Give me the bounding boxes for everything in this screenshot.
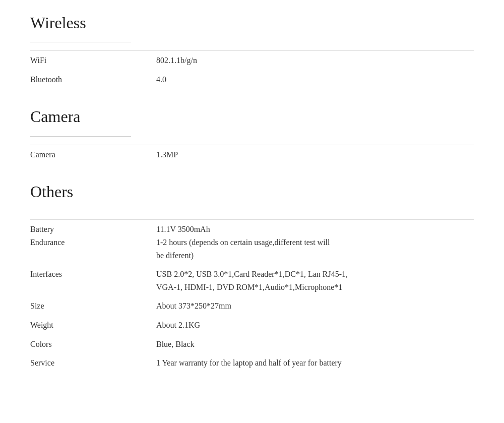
table-row: Size About 373*250*27mm [30, 296, 474, 316]
wifi-value: 802.1.1b/g/n [156, 51, 474, 70]
service-label: Service [30, 353, 156, 373]
interfaces-value: USB 2.0*2, USB 3.0*1,Card Reader*1,DC*1,… [156, 265, 474, 296]
table-row: WiFi 802.1.1b/g/n [30, 51, 474, 70]
service-value: 1 Year warranty for the laptop and half … [156, 353, 474, 373]
interfaces-label: Interfaces [30, 265, 156, 296]
camera-label: Camera [30, 145, 156, 164]
wifi-label: WiFi [30, 51, 156, 70]
table-row: Interfaces USB 2.0*2, USB 3.0*1,Card Rea… [30, 265, 474, 296]
bluetooth-value: 4.0 [156, 70, 474, 89]
wireless-divider [30, 42, 131, 42]
wireless-table: WiFi 802.1.1b/g/n Bluetooth 4.0 [30, 51, 474, 89]
table-row: Colors Blue, Black [30, 335, 474, 354]
battery-value: 11.1V 3500mAh 1-2 hours (depends on cert… [156, 220, 474, 265]
camera-title: Camera [30, 99, 474, 134]
table-row: BatteryEndurance 11.1V 3500mAh 1-2 hours… [30, 220, 474, 265]
camera-table: Camera 1.3MP [30, 145, 474, 164]
battery-label: BatteryEndurance [30, 220, 156, 265]
table-row: Bluetooth 4.0 [30, 70, 474, 89]
others-title: Others [30, 174, 474, 209]
colors-label: Colors [30, 335, 156, 354]
camera-divider [30, 136, 131, 137]
camera-value: 1.3MP [156, 145, 474, 164]
camera-section: Camera Camera 1.3MP [30, 99, 474, 164]
wireless-section: Wireless WiFi 802.1.1b/g/n Bluetooth 4.0 [30, 5, 474, 89]
weight-label: Weight [30, 316, 156, 335]
size-label: Size [30, 296, 156, 316]
table-row: Camera 1.3MP [30, 145, 474, 164]
bluetooth-label: Bluetooth [30, 70, 156, 89]
others-section: Others BatteryEndurance 11.1V 3500mAh 1-… [30, 174, 474, 373]
size-value: About 373*250*27mm [156, 296, 474, 316]
others-table: BatteryEndurance 11.1V 3500mAh 1-2 hours… [30, 220, 474, 372]
table-row: Weight About 2.1KG [30, 316, 474, 335]
table-row: Service 1 Year warranty for the laptop a… [30, 353, 474, 373]
others-divider [30, 211, 131, 211]
wireless-title: Wireless [30, 5, 474, 40]
weight-value: About 2.1KG [156, 316, 474, 335]
colors-value: Blue, Black [156, 335, 474, 354]
